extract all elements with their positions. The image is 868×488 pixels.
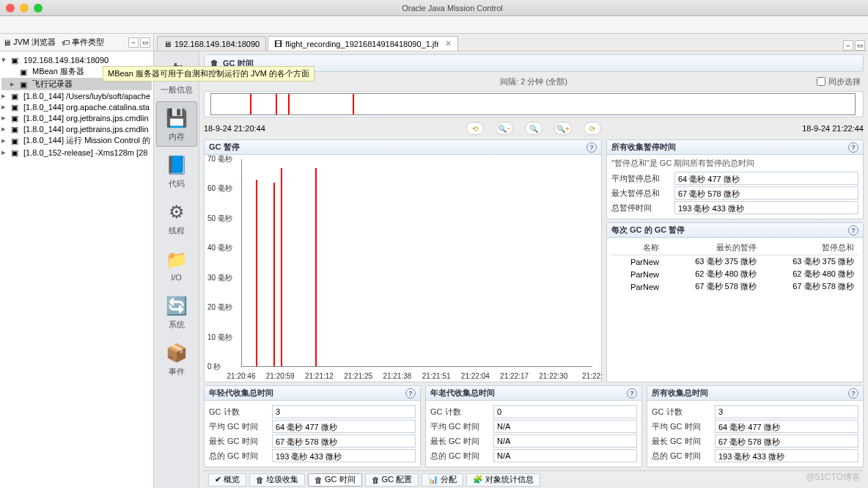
tree-item[interactable]: ▸▣[1.8.0_144] org.apache.catalina.sta — [1, 101, 152, 112]
timeline-overview[interactable] — [204, 91, 864, 117]
tree-label: [1.8.0_144] org.apache.catalina.sta — [23, 103, 150, 112]
close-tab-icon[interactable]: ✕ — [445, 39, 452, 48]
table-row[interactable]: ParNew67 毫秒 578 微秒67 毫秒 578 微秒 — [611, 280, 858, 293]
field-value: 67 毫秒 578 微秒 — [715, 434, 858, 448]
sync-checkbox[interactable] — [817, 77, 825, 86]
interval-text: 间隔: 2 分钟 (全部) — [500, 76, 567, 87]
bottom-tab[interactable]: 🗑GC 时间 — [308, 473, 362, 487]
sync-select[interactable]: 同步选择 — [817, 76, 861, 87]
help-icon[interactable]: ? — [848, 225, 858, 236]
expand-arrow-icon[interactable]: ▸ — [1, 91, 9, 101]
col-header[interactable]: 名称 — [611, 241, 663, 255]
sidebar-tab-jvm[interactable]: 🖥 JVM 浏览器 — [3, 37, 56, 48]
zoom-out-icon[interactable]: 🔍− — [496, 122, 513, 135]
expand-arrow-icon[interactable]: ▾ — [1, 55, 9, 65]
close-window[interactable] — [6, 4, 15, 12]
help-icon[interactable]: ? — [405, 388, 416, 398]
zoom-window[interactable] — [34, 4, 43, 12]
minimize-view-icon[interactable]: – — [128, 37, 139, 48]
tab-label: 概览 — [224, 474, 240, 485]
expand-arrow-icon[interactable]: ▸ — [1, 113, 9, 123]
timeline-event — [288, 94, 290, 114]
field-label: 总的 GC 时间 — [430, 451, 489, 462]
editor-area: 🖥 192.168.149.184:18090 🎞 flight_recordi… — [154, 34, 868, 488]
nav-icon: 📘 — [163, 153, 190, 177]
help-icon[interactable]: ? — [586, 142, 597, 153]
maximize-view-icon[interactable]: ▭ — [140, 37, 150, 48]
tree-item[interactable]: ▸▣[1.8.0_144] /Users/luyb/soft/apache — [1, 90, 152, 101]
nav-label: 系统 — [169, 319, 185, 330]
tab-icon: ✔ — [215, 475, 221, 484]
maximize-editor-icon[interactable]: ▭ — [855, 40, 865, 51]
help-icon[interactable]: ? — [627, 388, 637, 398]
sidebar-tab-events[interactable]: 🏷 事件类型 — [62, 37, 104, 48]
help-icon[interactable]: ? — [848, 388, 858, 398]
recording-icon: 🎞 — [274, 40, 282, 48]
minimize-window[interactable] — [20, 4, 29, 12]
sidebar-tab-label: 事件类型 — [72, 37, 104, 48]
zoom-in-icon[interactable]: 🔍+ — [554, 122, 572, 135]
nav-item-内存[interactable]: 💾内存 — [156, 101, 197, 147]
y-tick-label: 40 毫秒 — [207, 243, 232, 253]
tree-item[interactable]: ▸▣[1.8.0_144] 运行 Mission Control 的 — [1, 134, 152, 147]
field-label: 最长 GC 时间 — [209, 436, 268, 447]
bottom-tab[interactable]: ✔概览 — [208, 473, 246, 487]
zoom-reset-icon[interactable]: 🔍 — [525, 122, 542, 135]
x-tick-label: 21:22:30 — [539, 372, 567, 380]
expand-arrow-icon[interactable]: ▸ — [1, 136, 9, 145]
bottom-tab[interactable]: 🗑GC 配置 — [365, 473, 419, 487]
col-header[interactable]: 最长的暂停 — [663, 241, 761, 255]
minimize-editor-icon[interactable]: – — [843, 40, 853, 51]
help-icon[interactable]: ? — [848, 142, 858, 153]
tree-item[interactable]: ▸▣[1.8.0_144] org.jetbrains.jps.cmdlin — [1, 112, 152, 123]
expand-arrow-icon[interactable]: ▸ — [1, 124, 9, 134]
x-tick-label: 21:22:04 — [461, 372, 490, 380]
table-row[interactable]: ParNew63 毫秒 375 微秒63 毫秒 375 微秒 — [611, 255, 858, 269]
nav-item-I/O[interactable]: 📁I/O — [156, 242, 197, 288]
col-header[interactable]: 暂停总和 — [761, 241, 858, 255]
nav-item-代码[interactable]: 📘代码 — [156, 148, 197, 194]
nav-icon: 📦 — [163, 341, 190, 365]
field-label: 最长 GC 时间 — [430, 436, 489, 447]
tree-label: 飞行记录器 — [32, 79, 73, 90]
bottom-tab[interactable]: 📊分配 — [422, 473, 463, 487]
editor-tab[interactable]: 🖥 192.168.149.184:18090 — [157, 36, 266, 51]
field-label: GC 计数 — [209, 407, 268, 418]
expand-arrow-icon[interactable]: ▸ — [1, 148, 9, 157]
tree-item[interactable]: ▸▣[1.8.0_152-release] -Xms128m [28 — [1, 147, 152, 158]
nav-next-icon[interactable]: ⟳ — [584, 122, 601, 135]
tab-icon: 📊 — [428, 475, 438, 484]
collection-summary-panel: 年老代收集总时间?GC 计数0平均 GC 时间N/A最长 GC 时间N/A总的 … — [425, 385, 642, 467]
table-row[interactable]: ParNew62 毫秒 480 微秒62 毫秒 480 微秒 — [611, 268, 858, 280]
tree-item[interactable]: ▾▣192.168.149.184:18090 — [1, 54, 152, 65]
field-value: 64 毫秒 477 微秒 — [715, 420, 858, 433]
tree-item[interactable]: ▸▣[1.8.0_144] org.jetbrains.jps.cmdlin — [1, 123, 152, 134]
gc-pause-chart: GC 暂停 ? 0 秒10 毫秒20 毫秒30 毫秒40 毫秒50 毫秒60 毫… — [204, 139, 602, 382]
nav-prev-icon[interactable]: ⟲ — [466, 122, 484, 135]
chart-bar — [256, 180, 257, 366]
bottom-tab[interactable]: 🗑垃圾收集 — [249, 473, 305, 487]
expand-arrow-icon[interactable]: ▸ — [10, 79, 18, 89]
x-tick-label: 21:21:25 — [344, 372, 372, 380]
nav-item-线程[interactable]: ⚙线程 — [156, 195, 197, 241]
node-icon: ▣ — [11, 148, 21, 157]
nav-icon: ⚙ — [163, 200, 190, 224]
tree-label: [1.8.0_144] /Users/luyb/soft/apache — [23, 92, 150, 101]
panel-subtitle: "暂停总和"是 GC 期间所有暂停的总时间 — [611, 158, 858, 169]
cell: 63 毫秒 375 微秒 — [761, 255, 858, 269]
x-tick-label: 21:22:17 — [500, 372, 529, 380]
field-label: 平均 GC 时间 — [209, 421, 268, 432]
nav-item-系统[interactable]: 🔄系统 — [156, 289, 197, 335]
field-value: 193 毫秒 433 微秒 — [674, 201, 858, 214]
panel-title: 年老代收集总时间 — [430, 387, 495, 398]
bottom-tab[interactable]: 🧩对象统计信息 — [466, 473, 540, 487]
field-label: 最长 GC 时间 — [652, 436, 710, 447]
field-value: 3 — [272, 405, 416, 418]
nav-label: 内存 — [169, 131, 185, 142]
nav-icon: 🔄 — [163, 294, 190, 318]
cell: 63 毫秒 375 微秒 — [663, 255, 761, 269]
x-tick-label: 21:22: — [582, 372, 603, 380]
expand-arrow-icon[interactable]: ▸ — [1, 102, 9, 112]
nav-item-事件[interactable]: 📦事件 — [156, 336, 197, 382]
editor-tab[interactable]: 🎞 flight_recording_19216814918418090_1.j… — [268, 36, 458, 51]
